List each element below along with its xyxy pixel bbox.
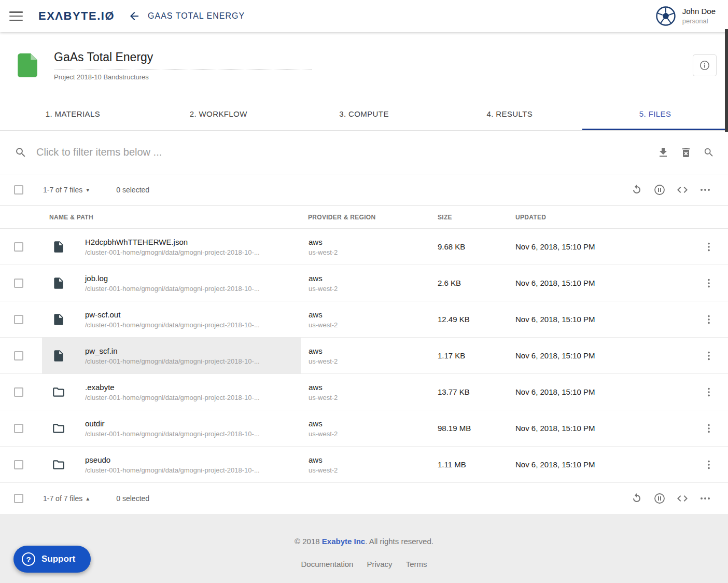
page-title: GaAs Total Energy: [54, 50, 312, 64]
column-header-name[interactable]: NAME & PATH: [42, 214, 301, 221]
company-link[interactable]: Exabyte Inc: [322, 537, 365, 546]
support-button[interactable]: ? Support: [13, 546, 91, 573]
name-path-cell[interactable]: job.log /cluster-001-home/gmogni/data/gm…: [42, 265, 301, 301]
support-label: Support: [41, 554, 75, 564]
more-icon[interactable]: [699, 184, 711, 196]
footer-link-documentation[interactable]: Documentation: [301, 560, 354, 568]
provider: aws: [309, 310, 430, 319]
file-size: 2.6 KB: [430, 279, 508, 287]
code-icon[interactable]: [676, 184, 689, 196]
filter-bar: [0, 131, 728, 174]
row-checkbox[interactable]: [14, 387, 23, 397]
row-menu-icon[interactable]: [703, 386, 715, 398]
folder-icon: [52, 385, 65, 399]
tab-results[interactable]: 4. RESULTS: [437, 99, 582, 130]
more-icon[interactable]: [699, 492, 711, 505]
table-row[interactable]: pw_scf.in /cluster-001-home/gmogni/data/…: [0, 338, 728, 374]
name-path-cell[interactable]: .exabyte /cluster-001-home/gmogni/data/g…: [42, 374, 301, 410]
table-row[interactable]: job.log /cluster-001-home/gmogni/data/gm…: [0, 265, 728, 301]
table-row[interactable]: outdir /cluster-001-home/gmogni/data/gmo…: [0, 410, 728, 447]
table-row[interactable]: .exabyte /cluster-001-home/gmogni/data/g…: [0, 374, 728, 410]
back-arrow-icon[interactable]: [128, 10, 141, 22]
file-icon: [52, 240, 65, 254]
code-icon[interactable]: [676, 492, 689, 505]
select-all-checkbox-bottom[interactable]: [14, 494, 23, 503]
row-checkbox[interactable]: [14, 279, 23, 288]
file-name: pw-scf.out: [85, 310, 260, 319]
download-icon[interactable]: [657, 146, 669, 159]
pause-icon[interactable]: [653, 184, 666, 196]
row-checkbox[interactable]: [14, 351, 23, 360]
row-menu-icon[interactable]: [703, 277, 715, 289]
row-menu-icon[interactable]: [703, 313, 715, 326]
table-header: NAME & PATH PROVIDER & REGION SIZE UPDAT…: [0, 205, 728, 229]
file-size: 12.49 KB: [430, 315, 508, 324]
file-path: /cluster-001-home/gmogni/data/gmogni-pro…: [85, 321, 260, 329]
selected-count-bottom: 0 selected: [116, 494, 149, 503]
file-size: 1.17 KB: [430, 351, 508, 360]
row-menu-icon[interactable]: [703, 422, 715, 435]
file-path: /cluster-001-home/gmogni/data/gmogni-pro…: [85, 357, 260, 365]
name-path-cell[interactable]: H2dcpbhWhTTEHERWE.json /cluster-001-home…: [42, 229, 301, 265]
file-updated: Nov 6, 2018, 15:10 PM: [508, 315, 690, 324]
name-path-cell[interactable]: pseudo /cluster-001-home/gmogni/data/gmo…: [42, 447, 301, 482]
tab-label: 3. COMPUTE: [339, 109, 389, 118]
pause-icon[interactable]: [653, 492, 666, 505]
name-path-cell[interactable]: pw_scf.in /cluster-001-home/gmogni/data/…: [42, 338, 301, 373]
column-header-size[interactable]: SIZE: [430, 214, 508, 221]
caret-down-icon[interactable]: ▾: [86, 186, 89, 193]
row-checkbox[interactable]: [14, 242, 23, 252]
region: us-west-2: [309, 321, 430, 329]
file-table-body: H2dcpbhWhTTEHERWE.json /cluster-001-home…: [0, 229, 728, 483]
provider: aws: [309, 419, 430, 428]
row-menu-icon[interactable]: [703, 459, 715, 471]
refresh-icon[interactable]: [631, 492, 643, 505]
folder-icon: [52, 458, 65, 471]
search-action-icon[interactable]: [703, 146, 715, 159]
row-menu-icon[interactable]: [703, 350, 715, 362]
row-checkbox[interactable]: [14, 424, 23, 433]
tab-files[interactable]: 5. FILES: [582, 99, 728, 130]
file-size: 9.68 KB: [430, 242, 508, 251]
table-row[interactable]: H2dcpbhWhTTEHERWE.json /cluster-001-home…: [0, 229, 728, 265]
scrollbar[interactable]: [725, 29, 728, 132]
row-menu-icon[interactable]: [703, 241, 715, 253]
row-checkbox[interactable]: [14, 315, 23, 324]
tab-label: 5. FILES: [639, 109, 671, 118]
files-count[interactable]: 1-7 of 7 files: [43, 186, 82, 194]
file-path: /cluster-001-home/gmogni/data/gmogni-pro…: [85, 394, 260, 401]
file-updated: Nov 6, 2018, 15:10 PM: [508, 387, 690, 396]
footer-link-terms[interactable]: Terms: [406, 560, 427, 568]
footer-link-privacy[interactable]: Privacy: [367, 560, 392, 568]
table-row[interactable]: pseudo /cluster-001-home/gmogni/data/gmo…: [0, 447, 728, 483]
search-icon: [15, 146, 27, 159]
row-checkbox[interactable]: [14, 460, 23, 469]
files-count-bottom[interactable]: 1-7 of 7 files: [43, 494, 82, 503]
delete-icon[interactable]: [680, 146, 692, 159]
refresh-icon[interactable]: [631, 184, 643, 196]
tab-label: 2. WORKFLOW: [190, 109, 247, 118]
filter-input[interactable]: [36, 146, 657, 158]
name-path-cell[interactable]: pw-scf.out /cluster-001-home/gmogni/data…: [42, 301, 301, 337]
user-name[interactable]: John Doe: [682, 6, 716, 17]
selected-count: 0 selected: [116, 186, 149, 194]
file-size: 13.77 KB: [430, 387, 508, 396]
tab-workflow[interactable]: 2. WORKFLOW: [146, 99, 291, 130]
file-icon: [52, 276, 65, 290]
info-button[interactable]: [693, 54, 717, 76]
tab-materials[interactable]: 1. MATERIALS: [0, 99, 146, 130]
caret-up-icon[interactable]: ▴: [86, 495, 89, 502]
avatar[interactable]: [655, 6, 676, 26]
column-header-provider[interactable]: PROVIDER & REGION: [301, 214, 430, 221]
column-header-updated[interactable]: UPDATED: [508, 214, 690, 221]
tab-compute[interactable]: 3. COMPUTE: [291, 99, 437, 130]
table-row[interactable]: pw-scf.out /cluster-001-home/gmogni/data…: [0, 301, 728, 338]
name-path-cell[interactable]: outdir /cluster-001-home/gmogni/data/gmo…: [42, 410, 301, 446]
file-updated: Nov 6, 2018, 15:10 PM: [508, 424, 690, 433]
menu-icon[interactable]: [9, 11, 23, 21]
logo[interactable]: EXΛBYTE.IØ: [38, 9, 115, 23]
copyright-prefix: © 2018: [295, 537, 322, 546]
top-navbar: EXΛBYTE.IØ GAAS TOTAL ENERGY John Doe pe…: [0, 0, 728, 32]
tab-label: 1. MATERIALS: [46, 109, 100, 118]
select-all-checkbox[interactable]: [14, 185, 23, 195]
